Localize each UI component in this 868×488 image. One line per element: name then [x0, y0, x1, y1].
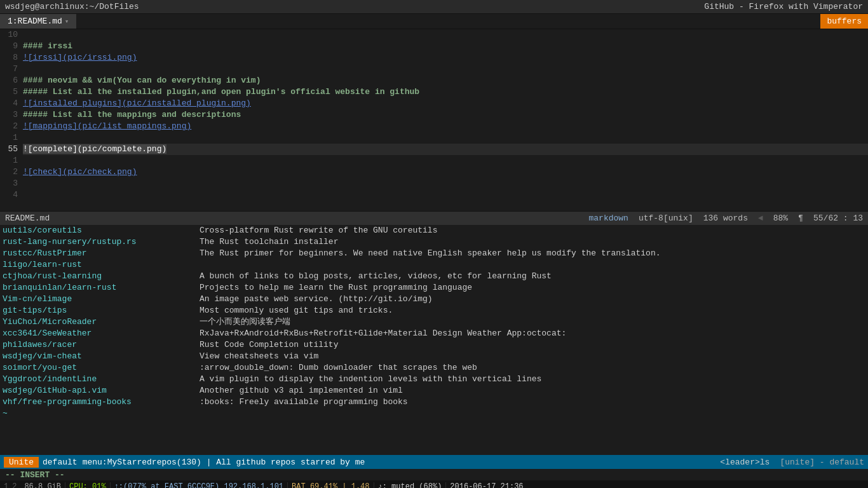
- unite-list-item[interactable]: liigo/learn-rust: [0, 259, 868, 271]
- unite-list-item[interactable]: ~: [0, 408, 868, 419]
- editor-line: 2![mappings](pic/list_mappings.png): [0, 121, 868, 132]
- status-filetype: markdown: [588, 214, 628, 223]
- workspace-num-1: 1: [4, 482, 8, 488]
- unite-repo-desc: A vim plugin to display the indention le…: [200, 374, 865, 385]
- status-right: markdown utf-8[unix] 136 words ◄ 88% ¶ 5…: [588, 214, 863, 223]
- disk-info: 86.8 GiB: [20, 482, 65, 488]
- unite-list-item[interactable]: xcc3641/SeeWeatherRxJava+RxAndroid+RxBus…: [0, 328, 868, 339]
- unite-list-item[interactable]: vhf/free-programming-books:books: Freely…: [0, 396, 868, 408]
- line-content: ![check](pic/check.png): [23, 166, 868, 178]
- line-number: 4: [0, 189, 23, 201]
- unite-list-item[interactable]: soimort/you-get:arrow_double_down: Dumb …: [0, 362, 868, 374]
- status-arrows: ◄: [758, 214, 763, 223]
- unite-list-item[interactable]: ctjhoa/rust-learningA bunch of links to …: [0, 271, 868, 282]
- active-tab[interactable]: 1:README.md ▾: [0, 14, 76, 29]
- unite-repo-desc: The Rust toolchain installer: [200, 236, 865, 248]
- unite-repo-desc: An image paste web service. (http://git.…: [200, 294, 865, 305]
- line-content: ![mappings](pic/list_mappings.png): [23, 121, 868, 132]
- unite-right-label: <leader>ls: [720, 458, 770, 467]
- unite-default-label: default: [43, 458, 78, 467]
- line-content: #### irssi: [23, 41, 868, 52]
- editor-line: 5##### List all the installed plugin,and…: [0, 86, 868, 98]
- line-number: 4: [0, 98, 23, 109]
- title-bar: wsdjeg@archlinux:~/DotFiles GitHub - Fir…: [0, 0, 868, 14]
- line-number: 10: [0, 29, 23, 41]
- unite-list-item[interactable]: brianquinlan/learn-rustProjects to help …: [0, 282, 868, 294]
- system-bar: 1 2 86.8 GiB CPU: 01% ↑:(077% at FAST_6C…: [0, 480, 868, 488]
- unite-repo-desc: A bunch of links to blog posts, articles…: [200, 271, 865, 282]
- unite-repo-name: YiuChoi/MicroReader: [3, 316, 200, 328]
- tab-bar: 1:README.md ▾ buffers: [0, 14, 868, 29]
- editor-line: 8![irssi](pic/irssi.png): [0, 52, 868, 64]
- editor-line: 1: [0, 132, 868, 144]
- unite-list-item[interactable]: Yggdroot/indentLineA vim plugin to displ…: [0, 374, 868, 385]
- line-content: ##### List all the installed plugin,and …: [23, 86, 868, 98]
- unite-list-item[interactable]: YiuChoi/MicroReader一个小而美的阅读客户端: [0, 316, 868, 328]
- line-number: 9: [0, 41, 23, 52]
- unite-statusbar: Unite default menu:MyStarredrepos(130) |…: [0, 455, 868, 469]
- line-content: ##### List all the mappings and descript…: [23, 109, 868, 121]
- unite-panel: uutils/coreutilsCross-platform Rust rewr…: [0, 225, 868, 455]
- line-number: 55: [0, 144, 23, 155]
- editor-line: 6#### neovim && vim(You can do everythin…: [0, 75, 868, 86]
- line-content: ![installed_plugins](pic/installed_plugi…: [23, 98, 868, 109]
- unite-repo-desc: Projects to help me learn the Rust progr…: [200, 282, 865, 294]
- line-number: 6: [0, 75, 23, 86]
- status-symbol: ¶: [798, 214, 803, 223]
- unite-list-item[interactable]: rust-lang-nursery/rustup.rsThe Rust tool…: [0, 236, 868, 248]
- unite-repo-desc: :books: Freely available programming boo…: [200, 396, 865, 408]
- editor-area: 109#### irssi8![irssi](pic/irssi.png)76#…: [0, 29, 868, 211]
- editor-line: 55![complete](pic/complete.png): [0, 144, 868, 155]
- unite-repo-name: git-tips/tips: [3, 305, 200, 316]
- insert-bar: -- INSERT --: [0, 469, 868, 480]
- unite-list-item[interactable]: git-tips/tipsMost commonly used git tips…: [0, 305, 868, 316]
- editor-line: 1: [0, 155, 868, 166]
- unite-repo-desc: View cheatsheets via vim: [200, 351, 865, 362]
- status-words: 136 words: [703, 214, 748, 223]
- unite-list-item[interactable]: wsdjeg/GitHub-api.vimAnother github v3 a…: [0, 385, 868, 396]
- editor-line: 4![installed_plugins](pic/installed_plug…: [0, 98, 868, 109]
- unite-list-item[interactable]: rustcc/RustPrimerThe Rust primer for beg…: [0, 248, 868, 259]
- unite-repo-name: brianquinlan/learn-rust: [3, 282, 200, 294]
- unite-repo-name: rust-lang-nursery/rustup.rs: [3, 236, 200, 248]
- unite-repo-desc: The Rust primer for beginners. We need n…: [200, 248, 865, 259]
- status-encoding: utf-8[unix]: [639, 214, 693, 223]
- unite-list-item[interactable]: uutils/coreutilsCross-platform Rust rewr…: [0, 225, 868, 236]
- line-content: #### neovim && vim(You can do everything…: [23, 75, 868, 86]
- tab-label: 1:README.md: [8, 17, 62, 26]
- unite-list-item[interactable]: wsdjeg/vim-cheatView cheatsheets via vim: [0, 351, 868, 362]
- status-filename: README.md: [5, 214, 50, 223]
- line-number: 1: [0, 155, 23, 166]
- unite-menu-label: menu:MyStarredrepos(130) | All github re…: [83, 458, 365, 467]
- unite-list-item[interactable]: Vim-cn/elimageAn image paste web service…: [0, 294, 868, 305]
- line-number: 2: [0, 121, 23, 132]
- unite-far-right: [unite] - default: [780, 458, 864, 467]
- buffers-button[interactable]: buffers: [820, 14, 868, 29]
- unite-repo-desc: Rust Code Completion utility: [200, 339, 865, 351]
- unite-list-item[interactable]: phildawes/racerRust Code Completion util…: [0, 339, 868, 351]
- unite-repo-name: vhf/free-programming-books: [3, 396, 200, 408]
- unite-repo-name: ~: [3, 408, 200, 419]
- editor-line: 7: [0, 64, 868, 75]
- unite-repo-name: phildawes/racer: [3, 339, 200, 351]
- editor-line: 3: [0, 178, 868, 189]
- unite-repo-name: Vim-cn/elimage: [3, 294, 200, 305]
- unite-repo-desc: 一个小而美的阅读客户端: [200, 316, 865, 328]
- unite-repo-desc: :arrow_double_down: Dumb downloader that…: [200, 362, 865, 374]
- window-title-left: wsdjeg@archlinux:~/DotFiles: [0, 2, 144, 11]
- unite-tab-label: Unite: [4, 457, 39, 468]
- workspace-num-2: 2: [12, 482, 17, 488]
- editor-line: 3##### List all the mappings and descrip…: [0, 109, 868, 121]
- status-scroll: 88%: [773, 214, 788, 223]
- unite-repo-name: xcc3641/SeeWeather: [3, 328, 200, 339]
- unite-repo-name: rustcc/RustPrimer: [3, 248, 200, 259]
- unite-repo-desc: RxJava+RxAndroid+RxBus+Retrofit+Glide+Ma…: [200, 328, 865, 339]
- unite-repo-name: ctjhoa/rust-learning: [3, 271, 200, 282]
- unite-repo-name: liigo/learn-rust: [3, 259, 200, 271]
- unite-repo-desc: Most commonly used git tips and tricks.: [200, 305, 865, 316]
- editor-line: 4: [0, 189, 868, 201]
- line-number: 8: [0, 52, 23, 64]
- editor-line: 9#### irssi: [0, 41, 868, 52]
- line-number: 2: [0, 166, 23, 178]
- unite-repo-desc: Cross-platform Rust rewrite of the GNU c…: [200, 225, 865, 236]
